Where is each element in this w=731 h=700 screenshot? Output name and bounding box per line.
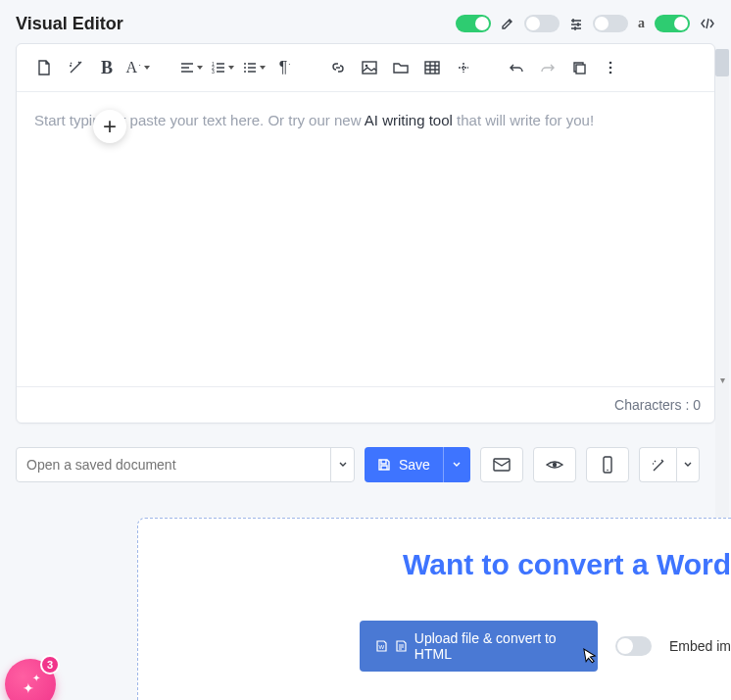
save-dropdown[interactable] [443, 447, 470, 482]
preview-button[interactable] [533, 447, 576, 482]
sliders-icon[interactable] [569, 17, 583, 30]
insert-icon[interactable] [450, 54, 477, 81]
convert-heading: Want to convert a Word [403, 548, 731, 581]
open-document-input[interactable] [17, 448, 330, 481]
toggle-4[interactable] [655, 15, 690, 32]
undo-icon[interactable] [503, 54, 530, 81]
table-icon[interactable] [418, 54, 446, 81]
open-document-dropdown[interactable] [330, 448, 354, 481]
toggle-2[interactable] [524, 15, 560, 32]
svg-rect-9 [576, 65, 585, 74]
copy-icon[interactable] [565, 54, 593, 81]
open-document-select[interactable] [16, 447, 355, 482]
svg-point-16 [607, 470, 609, 472]
svg-point-11 [609, 67, 612, 70]
editor-toolbar: B A˙ 123 ¶˙ [17, 44, 714, 92]
svg-point-7 [366, 65, 368, 68]
svg-point-4 [244, 67, 246, 69]
svg-point-10 [609, 62, 612, 65]
svg-point-5 [244, 71, 246, 73]
toggle-3[interactable] [593, 15, 628, 32]
amazon-icon[interactable]: a [638, 16, 645, 31]
header-controls: a [456, 15, 715, 32]
new-file-icon[interactable] [30, 54, 58, 81]
svg-point-12 [609, 72, 612, 75]
toggle-1[interactable] [456, 15, 491, 32]
bullet-list-button[interactable] [240, 54, 268, 81]
svg-rect-8 [425, 62, 439, 74]
link-icon[interactable] [324, 54, 352, 81]
align-button[interactable] [177, 54, 205, 81]
cursor-icon [582, 645, 599, 665]
image-icon[interactable] [356, 54, 383, 81]
more-icon[interactable] [597, 54, 624, 81]
add-block-button[interactable]: + [93, 110, 126, 143]
editor-card: B A˙ 123 ¶˙ Start typing or paste your t… [16, 43, 715, 424]
redo-icon[interactable] [534, 54, 561, 81]
clean-dropdown[interactable] [676, 447, 700, 482]
embed-images-toggle[interactable] [615, 636, 652, 656]
svg-rect-6 [363, 62, 376, 74]
assistant-fab[interactable]: ✦✦ 3 [5, 659, 56, 700]
bold-button[interactable]: B [93, 54, 121, 81]
character-counter: Characters : 0 [17, 386, 714, 423]
svg-text:W: W [379, 644, 385, 650]
mobile-button[interactable] [586, 447, 629, 482]
upload-convert-button[interactable]: W Upload file & convert to HTML [360, 621, 598, 672]
magic-wand-icon[interactable] [62, 54, 89, 81]
editor-textarea[interactable]: Start typing or paste your text here. Or… [17, 92, 714, 386]
folder-icon[interactable] [387, 54, 414, 81]
svg-rect-13 [494, 459, 510, 471]
code-icon[interactable] [700, 17, 715, 30]
ordered-list-button[interactable]: 123 [209, 54, 236, 81]
clean-button[interactable] [639, 447, 676, 482]
svg-text:3: 3 [212, 69, 215, 74]
svg-point-14 [553, 463, 557, 467]
save-button[interactable]: Save [365, 447, 443, 482]
page-title: Visual Editor [16, 14, 123, 34]
scrollbar-thumb[interactable] [715, 49, 729, 76]
convert-panel: Want to convert a Word W Upload file & c… [137, 518, 731, 700]
edit-icon[interactable] [501, 17, 514, 30]
paragraph-button[interactable]: ¶˙ [271, 54, 299, 81]
font-size-button[interactable]: A˙ [124, 54, 152, 81]
email-button[interactable] [480, 447, 523, 482]
scroll-down-icon[interactable]: ▾ [715, 373, 729, 386]
embed-images-label: Embed im [669, 638, 731, 654]
svg-point-3 [244, 63, 246, 65]
fab-badge: 3 [40, 655, 60, 675]
